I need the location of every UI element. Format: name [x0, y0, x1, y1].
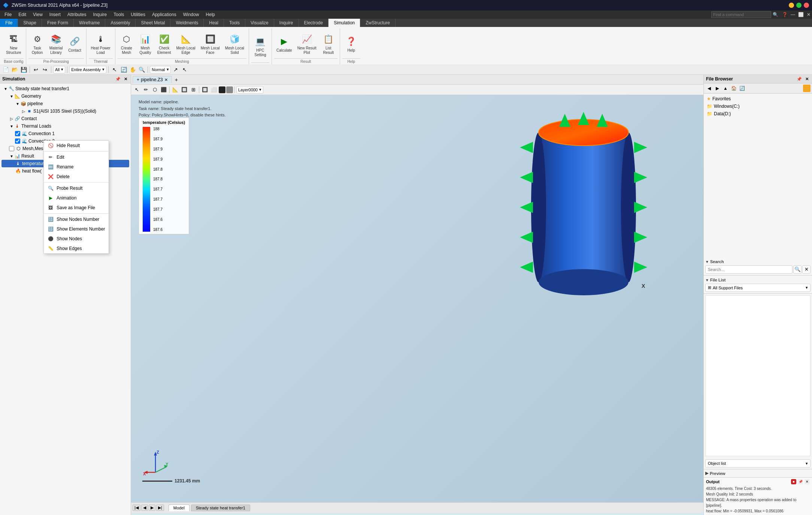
- output-stop-btn[interactable]: ■: [791, 479, 796, 484]
- menu-inquire[interactable]: Inquire: [90, 11, 110, 18]
- object-list-dropdown[interactable]: Object list ▾: [705, 459, 811, 467]
- tree-item-convection1[interactable]: 🌊 Convection 1: [1, 130, 129, 137]
- menu-edit[interactable]: Edit: [15, 11, 29, 18]
- close-button[interactable]: [804, 3, 809, 8]
- tab-visualize[interactable]: Visualize: [245, 19, 274, 27]
- tab-zwstructure[interactable]: ZwStructure: [360, 19, 396, 27]
- panel-close-btn[interactable]: ✕: [122, 76, 128, 82]
- tab-assembly[interactable]: Assembly: [105, 19, 136, 27]
- tab-weldments[interactable]: Weldments: [170, 19, 204, 27]
- heat-power-load-button[interactable]: 🌡 Heat PowerLoad: [89, 32, 113, 57]
- menu-help[interactable]: Help: [203, 11, 218, 18]
- expand-pipeline[interactable]: ▼: [15, 101, 20, 106]
- layer-dropdown[interactable]: Layer0000 ▾: [236, 86, 263, 94]
- checkbox-mesh[interactable]: [9, 146, 14, 151]
- output-close-btn[interactable]: ✕: [805, 479, 810, 484]
- maximize-button[interactable]: [796, 3, 802, 8]
- vp-btn-select[interactable]: ⬡: [151, 86, 159, 94]
- extra-btn1[interactable]: ↗: [172, 65, 180, 74]
- zoom-btn[interactable]: 🔍: [137, 65, 146, 74]
- tree-item-s1[interactable]: ▷ ■ S1(AISI 1035 Steel (SS))(Solid): [1, 107, 129, 115]
- ctx-edit[interactable]: ✏ Edit: [44, 152, 109, 162]
- vp-btn-bgcolor[interactable]: [226, 86, 233, 93]
- ctx-hide-result[interactable]: 🚫 Hide Result: [44, 141, 109, 150]
- assembly-dropdown[interactable]: Entire Assembly ▾: [69, 66, 106, 73]
- vp-btn-pencil[interactable]: ✏: [142, 86, 150, 94]
- file-tree-data[interactable]: 📁 Data(D:): [705, 110, 811, 118]
- vp-btn-cursor[interactable]: ↖: [133, 86, 141, 94]
- filter-dropdown[interactable]: All ▾: [53, 66, 65, 73]
- tree-item-contact[interactable]: ▷ 🔗 Contact: [1, 115, 129, 122]
- menu-attributes[interactable]: Attributes: [64, 11, 90, 18]
- expand-geometry[interactable]: ▼: [9, 94, 14, 99]
- redo-btn[interactable]: ↪: [41, 65, 49, 74]
- tree-item-thermal-loads[interactable]: ▼ 🌡 Thermal Loads: [1, 122, 129, 130]
- tree-item-geometry[interactable]: ▼ 📐 Geometry: [1, 92, 129, 100]
- nav-prev-prev[interactable]: |◀: [133, 505, 140, 511]
- list-result-button[interactable]: 📋 ListResult: [319, 32, 337, 57]
- tab-simulation[interactable]: Simulation: [328, 19, 360, 27]
- normal-dropdown[interactable]: Normal ▾: [150, 66, 170, 73]
- contact-button[interactable]: 🔗 Contact: [66, 34, 84, 54]
- minimize-button[interactable]: [789, 3, 794, 8]
- new-result-plot-button[interactable]: 📈 New ResultPlot: [295, 32, 319, 57]
- nav-next-next[interactable]: ▶|: [156, 505, 164, 511]
- ctx-animation[interactable]: ▶ Animation: [44, 193, 109, 203]
- task-option-button[interactable]: ⚙ TaskOption: [28, 32, 46, 57]
- ctx-rename[interactable]: 🔤 Rename: [44, 162, 109, 172]
- mesh-local-edge-button[interactable]: 📐 Mesh LocalEdge: [174, 32, 198, 57]
- panel-pin-btn[interactable]: 📌: [115, 76, 121, 82]
- vp-btn-view3[interactable]: ⊞: [189, 86, 197, 94]
- vp-btn-view2[interactable]: 🔲: [180, 86, 188, 94]
- file-tree-favorites[interactable]: ★ Favorites: [705, 95, 811, 103]
- search-clear-button[interactable]: ✕: [802, 265, 811, 274]
- open-file-btn[interactable]: 📂: [10, 65, 19, 74]
- mesh-local-face-button[interactable]: 🔲 Mesh LocalFace: [199, 32, 222, 57]
- vp-btn-display1[interactable]: 🔲: [201, 86, 209, 94]
- tab-sheetmetal[interactable]: Sheet Metal: [136, 19, 170, 27]
- ctx-delete[interactable]: ❌ Delete: [44, 172, 109, 182]
- preview-title[interactable]: ▶ Preview: [705, 471, 811, 476]
- help-button[interactable]: ❓ Help: [342, 34, 360, 54]
- file-panel-close[interactable]: ✕: [804, 76, 810, 82]
- menu-utilities[interactable]: Utilities: [128, 11, 148, 18]
- tab-electrode[interactable]: Electrode: [299, 19, 329, 27]
- mesh-quality-button[interactable]: 📊 MeshQuality: [136, 32, 154, 57]
- vp-btn-view1[interactable]: 📐: [171, 86, 179, 94]
- tree-item-pipeline[interactable]: ▼ 📦 pipeline: [1, 100, 129, 107]
- search-input[interactable]: [705, 265, 793, 274]
- viewport-tab-close[interactable]: ✕: [164, 77, 168, 82]
- tab-heal[interactable]: Heal: [204, 19, 224, 27]
- undo-btn[interactable]: ↩: [32, 65, 40, 74]
- pan-btn[interactable]: ✋: [128, 65, 137, 74]
- file-panel-pin[interactable]: 📌: [796, 76, 802, 82]
- file-nav-refresh[interactable]: 🔄: [738, 85, 746, 92]
- menu-tools[interactable]: Tools: [110, 11, 127, 18]
- search-button[interactable]: 🔍: [793, 265, 802, 274]
- create-mesh-button[interactable]: ⬡ CreateMesh: [118, 32, 136, 57]
- expand-steady-state[interactable]: ▼: [3, 86, 8, 91]
- menu-window[interactable]: Window: [180, 11, 202, 18]
- rotate-btn[interactable]: 🔄: [119, 65, 128, 74]
- ctx-show-edges[interactable]: 📏 Show Edges: [44, 244, 109, 253]
- check-element-button[interactable]: ✅ CheckElement: [155, 32, 173, 57]
- file-tree-windows[interactable]: 📁 Windows(C:): [705, 103, 811, 110]
- new-file-btn[interactable]: 📄: [1, 65, 10, 74]
- tab-wireframe[interactable]: Wireframe: [74, 19, 105, 27]
- mesh-local-solid-button[interactable]: 🧊 Mesh LocalSolid: [223, 32, 246, 57]
- expand-s1[interactable]: ▷: [21, 109, 26, 114]
- file-nav-forward[interactable]: ▶: [713, 85, 721, 92]
- task-tab[interactable]: Steady state heat transfer1: [191, 505, 250, 511]
- vp-btn-solid[interactable]: ⬛: [160, 86, 168, 94]
- ctx-show-nodes[interactable]: ⚫ Show Nodes: [44, 234, 109, 244]
- tab-freeform[interactable]: Free Form: [42, 19, 74, 27]
- expand-result[interactable]: ▼: [9, 153, 14, 159]
- ctx-show-elements-number[interactable]: 🔢 Show Elements Number: [44, 224, 109, 234]
- menu-view[interactable]: View: [30, 11, 46, 18]
- find-command-input[interactable]: [711, 11, 771, 18]
- viewport-tab-pipeline[interactable]: + pipeline.Z3 ✕: [133, 76, 172, 83]
- menu-applications[interactable]: Applications: [149, 11, 179, 18]
- file-nav-home[interactable]: 🏠: [730, 85, 737, 92]
- select-btn[interactable]: ↖: [110, 65, 119, 74]
- ctx-probe-result[interactable]: 🔍 Probe Result: [44, 183, 109, 193]
